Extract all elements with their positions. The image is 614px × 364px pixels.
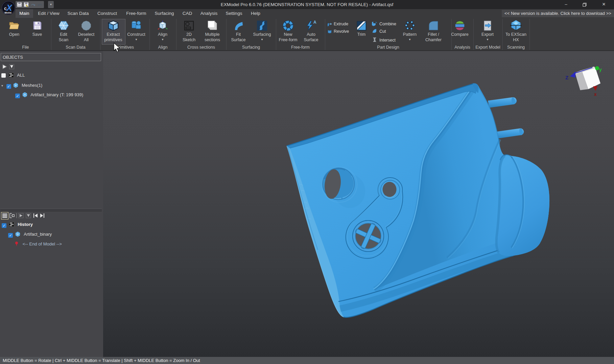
svg-text:Model: Model xyxy=(5,11,11,14)
svg-text:A: A xyxy=(313,21,316,25)
svg-text:Z: Z xyxy=(565,75,568,80)
svg-text:y: y xyxy=(599,67,602,72)
svg-text:x: x xyxy=(594,92,597,97)
